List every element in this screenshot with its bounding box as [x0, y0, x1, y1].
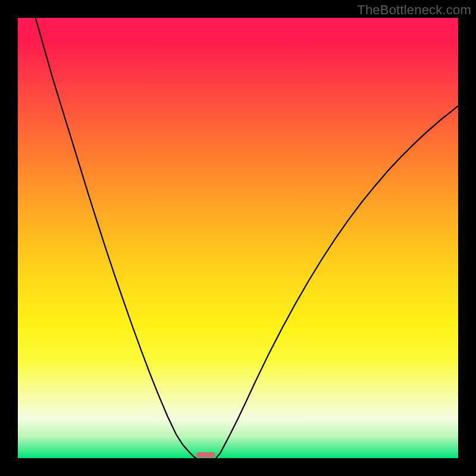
curve-right-branch	[216, 106, 458, 458]
curve-left-branch	[36, 18, 196, 458]
watermark-text: TheBottleneck.com	[357, 2, 471, 18]
bottleneck-curve	[18, 18, 458, 458]
optimal-marker	[196, 452, 215, 458]
plot-area	[18, 18, 458, 458]
